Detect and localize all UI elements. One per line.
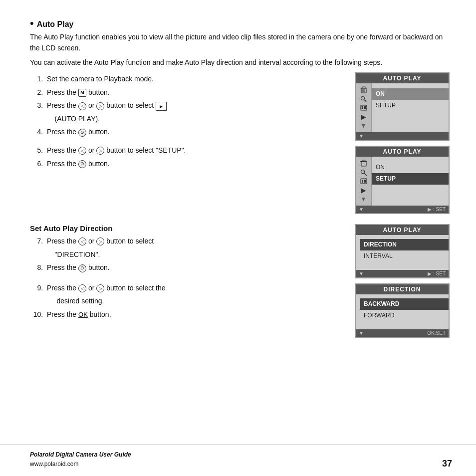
trash-icon	[359, 85, 369, 94]
cam-box-1: AUTO PLAY	[355, 72, 450, 141]
cam-menu-col-1: ON SETUP	[372, 83, 449, 132]
film-icon-2	[359, 177, 369, 186]
cam-box-3-header: AUTO PLAY	[356, 225, 449, 235]
svg-rect-9	[361, 105, 367, 110]
cam-menu-col-2: ON SETUP	[372, 157, 449, 206]
cam-menu-col-3: DIRECTION INTERVAL	[356, 235, 449, 270]
step-9: Press the ◁ or ▷ button to select the de…	[45, 281, 355, 308]
cam-menu-backward: BACKWARD	[360, 298, 449, 310]
svg-rect-10	[362, 106, 363, 109]
cam-menu-interval: INTERVAL	[360, 250, 449, 262]
svg-line-8	[365, 100, 366, 101]
step-3: Press the ◁ or ▷ button to select ▶ (AUT…	[45, 99, 355, 125]
cam-footer-arrow-down-2: ▼	[359, 207, 364, 212]
nav-down-icon-2: ▼	[359, 195, 369, 204]
content-area: • Auto Play The Auto Play function enabl…	[30, 18, 452, 431]
cam-box-2: AUTO PLAY	[355, 146, 450, 214]
ok-text: OK	[78, 311, 88, 318]
set-btn-icon-3: ⊙	[78, 264, 86, 272]
steps-list-1: Set the camera to Playback mode. Press t…	[45, 72, 355, 139]
steps-list-2: Press the ◁ or ▷ button to select "SETUP…	[45, 144, 355, 170]
svg-rect-23	[364, 180, 366, 183]
left-steps-1: Set the camera to Playback mode. Press t…	[30, 72, 355, 214]
key-icon	[359, 94, 369, 103]
page: • Auto Play The Auto Play function enabl…	[0, 0, 476, 476]
right-btn-icon-3: ▷	[96, 238, 104, 245]
svg-point-19	[361, 170, 364, 174]
right-btn-icon-4: ▷	[96, 284, 104, 292]
left-btn-icon-3: ◁	[78, 238, 86, 245]
svg-point-6	[361, 97, 364, 100]
cam-boxes-right-2: AUTO PLAY DIRECTION INTERVAL ▼ ▶ : SET	[355, 224, 452, 338]
cam-footer-4: ▼ OK:SET	[356, 329, 449, 337]
set-btn-icon-2: ⊙	[78, 160, 86, 168]
svg-rect-11	[364, 106, 366, 109]
cam-menu-on-1: ON	[372, 88, 449, 100]
svg-rect-16	[361, 162, 366, 166]
photo-icon: ▶	[359, 112, 369, 121]
steps-section-1: Set the camera to Playback mode. Press t…	[30, 72, 452, 214]
step-4: Press the ⊙ button.	[45, 125, 355, 139]
footer-brand: Polaroid Digital Camera User Guide	[30, 450, 131, 460]
bullet-dot: •	[30, 18, 34, 29]
cam-box-4-body: BACKWARD FORWARD	[356, 294, 449, 329]
intro-paragraph-1: The Auto Play function enables you to vi…	[30, 32, 452, 53]
cam-box-4-header: DIRECTION	[356, 284, 449, 294]
right-btn-icon-2: ▷	[96, 147, 104, 155]
cam-box-1-body: ▶ ▼ ON SETUP	[356, 83, 449, 132]
step-2: Press the M button.	[45, 86, 355, 99]
cam-icons-col-2: ▶ ▼	[356, 157, 372, 206]
section2-title: Set Auto Play Direction	[30, 224, 355, 233]
cam-footer-2: ▼ ▶ : SET	[356, 206, 449, 213]
svg-rect-18	[362, 160, 365, 162]
left-steps-2: Set Auto Play Direction Press the ◁ or ▷…	[30, 224, 355, 338]
left-btn-icon: ◁	[78, 102, 86, 110]
cam-box-4: DIRECTION BACKWARD FORWARD ▼ OK:SET	[355, 283, 450, 338]
cam-footer-right-3: ▶ : SET	[428, 271, 446, 276]
page-footer: Polaroid Digital Camera User Guide www.p…	[0, 445, 476, 476]
steps-list-4: Press the ◁ or ▷ button to select the de…	[45, 281, 355, 321]
cam-menu-on-2: ON	[372, 162, 449, 173]
cam-menu-setup-2: SETUP	[372, 173, 449, 185]
steps-section-2: Set Auto Play Direction Press the ◁ or ▷…	[30, 224, 452, 338]
cam-footer-right-2: ▶ : SET	[428, 207, 446, 212]
step-1: Set the camera to Playback mode.	[45, 72, 355, 86]
step-8: Press the ⊙ button.	[45, 261, 355, 274]
cam-footer-right-4: OK:SET	[427, 330, 446, 336]
svg-line-20	[364, 173, 367, 176]
cam-footer-3: ▼ ▶ : SET	[356, 270, 449, 277]
left-btn-icon-4: ◁	[78, 284, 86, 292]
set-btn-icon-1: ⊙	[78, 129, 86, 137]
left-btn-icon-2: ◁	[78, 147, 86, 155]
svg-rect-2	[362, 87, 365, 88]
m-button-icon: M	[78, 89, 86, 97]
key-icon-2	[359, 168, 369, 177]
nav-down-icon: ▼	[359, 121, 369, 130]
cam-menu-setup-1: SETUP	[372, 100, 449, 111]
cam-footer-arrow-down-4: ▼	[359, 330, 364, 336]
section-title: Auto Play	[37, 20, 74, 29]
step-10: Press the OK button.	[45, 308, 355, 321]
footer-page-number: 37	[442, 459, 452, 469]
step-6: Press the ⊙ button.	[45, 157, 355, 171]
cam-footer-1: ▼	[356, 132, 449, 140]
cam-box-3: AUTO PLAY DIRECTION INTERVAL ▼ ▶ : SET	[355, 224, 450, 278]
footer-website: www.polaroid.com	[30, 460, 131, 469]
svg-rect-22	[362, 180, 363, 183]
footer-left: Polaroid Digital Camera User Guide www.p…	[30, 450, 131, 469]
cam-footer-arrow-down-3: ▼	[359, 271, 364, 276]
cam-menu-forward: FORWARD	[360, 310, 449, 321]
cam-box-2-body: ▶ ▼ ON SETUP	[356, 157, 449, 206]
film-icon	[359, 103, 369, 112]
cam-box-1-header: AUTO PLAY	[356, 73, 449, 83]
cam-footer-arrow-down-1: ▼	[359, 133, 364, 139]
intro-paragraph-2: You can activate the Auto Play function …	[30, 57, 452, 68]
step-5: Press the ◁ or ▷ button to select "SETUP…	[45, 144, 355, 157]
cam-boxes-right-1: AUTO PLAY	[355, 72, 452, 214]
cam-box-2-header: AUTO PLAY	[356, 147, 449, 157]
autoplay-icon: ▶	[156, 102, 167, 111]
right-btn-icon: ▷	[96, 102, 104, 110]
svg-rect-21	[361, 179, 367, 184]
cam-icons-col-1: ▶ ▼	[356, 83, 372, 132]
cam-menu-direction: DIRECTION	[360, 239, 449, 250]
